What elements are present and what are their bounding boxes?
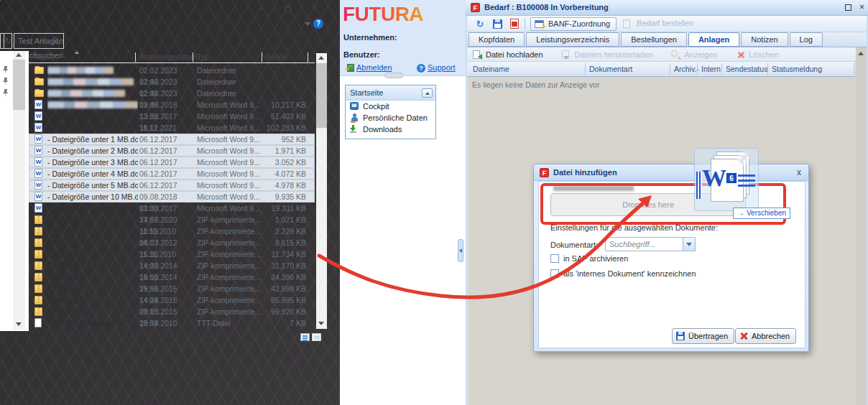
column-separator	[697, 63, 698, 75]
file-row[interactable]: 12MB.zip11.11.2010 14:30ZIP-komprimierte…	[29, 248, 315, 260]
file-row[interactable]: 85MB.zip14.04.2016 09:13ZIP-komprimierte…	[29, 294, 315, 306]
help-icon[interactable]: ?	[313, 19, 323, 29]
save-icon[interactable]	[493, 19, 502, 29]
collapse-panel-icon[interactable]	[422, 88, 433, 98]
file-row[interactable]: 34MB.zip14.01.2014 15:51ZIP-komprimierte…	[29, 271, 315, 283]
file-name	[47, 76, 138, 88]
support-link[interactable]: Support	[428, 63, 456, 72]
file-row[interactable]: 43 MB.zip29.06.2015 14:29ZIP-komprimiert…	[29, 283, 315, 294]
minimize-icon[interactable]: –	[248, 1, 272, 18]
close-icon[interactable]: x	[797, 167, 801, 177]
file-row[interactable]: W- Dateigröße über 100 MB.doc16.11.2021 …	[29, 122, 315, 134]
column-header-sendestatus[interactable]: Sendestatus	[726, 65, 767, 73]
attachments-table-header[interactable]: DateinameDokumentartArchiv.-InternSendes…	[467, 62, 855, 77]
file-row[interactable]: W- Dateigröße unter 10 MB.doc09.08.2018 …	[29, 191, 315, 202]
scroll-thumb[interactable]	[13, 60, 25, 110]
tab-leistungsverzeichnis[interactable]: Leistungsverzeichnis	[526, 32, 619, 47]
file-size: 7 KB	[237, 317, 306, 329]
close-icon[interactable]: ×	[859, 2, 864, 12]
file-row[interactable]: W- Dateigröße unter 20 MB.doc01.03.2017 …	[29, 202, 315, 214]
tab-bar: KopfdatenLeistungsverzeichnisBestellunge…	[467, 32, 867, 47]
search-input[interactable]: Test Anlagen durchsuchen	[14, 33, 64, 49]
close-icon[interactable]: ×	[303, 1, 327, 18]
column-header-dokumentart[interactable]: Dokumentart	[589, 65, 632, 73]
file-row[interactable]: 8MB.zip06.03.2012 15:30ZIP-komprimierte.…	[29, 237, 315, 248]
file-row[interactable]: 02.02.2023 12:46Dateiordner	[29, 76, 315, 88]
abbrechen-button[interactable]: Abbrechen	[735, 328, 796, 344]
ribbon-collapse-icon[interactable]	[305, 22, 310, 26]
bedarf-titlebar[interactable]: F Bedarf : B100008 In Vorbereitung ×	[466, 0, 868, 16]
file-row[interactable]: W- Dateigröße unter 3 MB.doc06.12.2017 1…	[29, 157, 315, 168]
file-row[interactable]: 100 MB.zip27.05.2015 15:34ZIP-komprimier…	[29, 306, 315, 317]
file-row[interactable]: W09.08.2018 13:35Microsoft Word 9...10.2…	[29, 99, 315, 111]
sidebar-item-downloads[interactable]: Downloads	[346, 124, 435, 135]
tab-kopfdaten[interactable]: Kopfdaten	[468, 32, 525, 47]
file-row[interactable]: W- Dateigröße über 50 MB.doc13.02.2017 1…	[29, 111, 315, 122]
internal-doc-checkbox[interactable]	[550, 269, 559, 278]
logout-link[interactable]: Abmelden	[356, 63, 392, 72]
file-row[interactable]: 1MB.zip24.07.2020 10:59ZIP-komprimierte.…	[29, 214, 315, 225]
scroll-down-icon[interactable]	[318, 322, 324, 325]
file-row[interactable]: 02.02.2023 12:46Dateiordner	[29, 88, 315, 99]
folder-icon	[34, 90, 44, 97]
nav-scrollbar[interactable]	[13, 51, 25, 330]
sidebar-item-cockpit[interactable]: Cockpit	[346, 101, 435, 112]
file-row[interactable]: W- Dateigröße unter 2 MB.doc06.12.2017 1…	[29, 145, 315, 157]
scroll-thumb[interactable]	[316, 63, 327, 128]
move-label-text: Verschieben	[747, 209, 786, 217]
chevron-down-icon[interactable]	[683, 238, 695, 251]
file-size: 31.170 KB	[237, 260, 306, 271]
breadcrumb[interactable]: GAEB XML›Test Anlagen	[0, 33, 4, 49]
scroll-up-icon[interactable]	[858, 52, 864, 55]
file-list-scrollbar[interactable]	[316, 53, 327, 329]
details-view-icon[interactable]	[300, 333, 310, 341]
refresh-icon[interactable]: ↻	[4, 33, 12, 49]
file-row[interactable]: 31MB.zip14.01.2014 15:50ZIP-komprimierte…	[29, 260, 315, 271]
column-header-statusmeldung[interactable]: Statusmeldung	[772, 65, 822, 73]
column-header-dateiname[interactable]: Dateiname	[473, 65, 509, 73]
file-row[interactable]: 2MB.zip11.11.2010 14:07ZIP-komprimierte.…	[29, 225, 315, 237]
pdf-export-icon[interactable]	[510, 19, 519, 29]
tab-notizen[interactable]: Notizen	[741, 32, 788, 47]
column-header-änderungsdatum[interactable]: Änderungsdatum	[139, 52, 197, 61]
column-header-typ[interactable]: Typ	[197, 52, 209, 61]
word-icon: W	[34, 100, 42, 109]
zip-icon	[34, 296, 42, 304]
tab-log[interactable]: Log	[790, 32, 823, 47]
scroll-down-icon[interactable]	[16, 322, 22, 326]
file-row[interactable]: W- Dateigröße unter 4 MB.doc06.12.2017 1…	[29, 168, 315, 180]
dialog-titlebar[interactable]: F Datei hinzufügen x	[534, 164, 808, 181]
sap-archive-checkbox[interactable]	[550, 254, 559, 263]
tab-anlagen[interactable]: Anlagen	[688, 32, 739, 47]
refresh-icon[interactable]: ↻	[474, 19, 486, 29]
tab-bestellungen[interactable]: Bestellungen	[621, 32, 687, 47]
panel-collapse-handle[interactable]	[384, 73, 403, 78]
drag-count-badge: 6	[726, 173, 737, 183]
breadcrumb-dropdown-icon[interactable]	[0, 39, 1, 43]
scroll-up-icon[interactable]	[16, 53, 22, 57]
column-header-intern[interactable]: Intern	[701, 65, 721, 73]
doc-type-combobox[interactable]: Suchbegriff...	[605, 237, 696, 251]
file-size: 2.229 KB	[237, 225, 306, 237]
content-scrollbar[interactable]	[856, 47, 867, 405]
column-header-archiv[interactable]: Archiv.-	[674, 65, 699, 73]
file-row[interactable]: 02.02.2023 12:46Dateiordner	[29, 65, 315, 76]
action-datei-hochladen[interactable]: Datei hochladen	[473, 48, 543, 61]
column-header-größe[interactable]: Größe	[266, 52, 287, 61]
splitter-handle[interactable]	[458, 239, 463, 262]
file-row[interactable]: W- Dateigröße unter 1 MB.doc06.12.2017 1…	[29, 134, 315, 145]
thumbnail-view-icon[interactable]	[312, 333, 321, 341]
file-row[interactable]: 0904-02_Testanlage.ttt29.09.2010 10:21TT…	[29, 317, 315, 329]
sidebar-item-pers-nliche-daten[interactable]: Persönliche Daten	[346, 112, 435, 124]
file-row[interactable]: W- Dateigröße unter 5 MB.doc06.12.2017 1…	[29, 180, 315, 191]
breadcrumb-path1[interactable]: GAEB XML	[4, 37, 4, 45]
scroll-up-icon[interactable]	[318, 56, 324, 60]
maximize-icon[interactable]	[275, 1, 300, 18]
column-header-name[interactable]: Name	[34, 52, 55, 61]
maximize-icon[interactable]	[845, 4, 851, 11]
uebertragen-button[interactable]: Übertragen	[672, 328, 734, 344]
file-size: 8.615 KB	[237, 237, 306, 248]
banf-label: BANF-Zuordnung	[548, 19, 610, 28]
banf-zuordnung-button[interactable]: BANF-Zuordnung	[530, 17, 617, 31]
file-list-header[interactable]: NameÄnderungsdatumTypGröße	[29, 51, 315, 63]
